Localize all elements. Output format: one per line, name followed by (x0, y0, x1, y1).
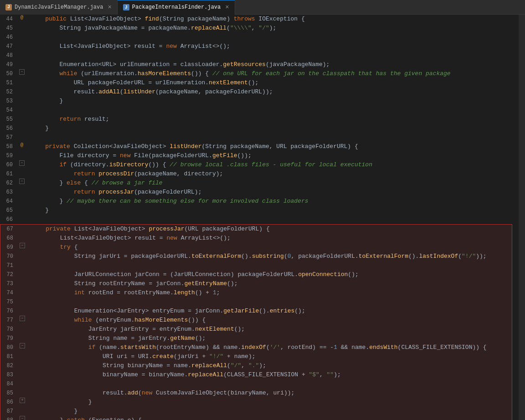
line-77: 77 − while (entryEnum.hasMoreElements())… (0, 316, 512, 325)
line-53: 53 } (0, 97, 519, 106)
tab-1-icon: J (5, 4, 12, 10)
line-51: 51 URL packageFolderURL = urlEnumeration… (0, 78, 519, 87)
line-55: 55 return result; (0, 115, 519, 124)
line-56: 56 } (0, 124, 519, 133)
line-47: 47 List<JavaFileObject> result = new Arr… (0, 42, 519, 51)
line-72: 72 JarURLConnection jarConn = (JarURLCon… (0, 270, 512, 279)
tab-1-label: DynamicJavaFileManager.java (15, 4, 103, 10)
line-76: 76 Enumeration<JarEntry> entryEnum = jar… (0, 307, 512, 316)
line-66: 66 (0, 215, 519, 224)
line-69: 69 − try { (0, 243, 512, 252)
line-58: 58 @ private Collection<JavaFileObject> … (0, 142, 519, 151)
line-79: 79 String name = jarEntry.getName(); (0, 334, 512, 343)
line-84: 84 (0, 379, 512, 389)
code-container: 44 @ public List<JavaFileObject> find(St… (0, 15, 519, 420)
line-49: 49 Enumeration<URL> urlEnumeration = cla… (0, 60, 519, 69)
line-74: 74 int rootEnd = rootEntryName.length() … (0, 288, 512, 297)
tab-2-close[interactable]: × (225, 4, 229, 10)
line-59: 59 File directory = new File(packageFold… (0, 151, 519, 160)
tab-2-label: PackageInternalsFinder.java (132, 4, 221, 10)
line-86: 86 + } (0, 398, 512, 407)
line-78: 78 JarEntry jarEntry = entryEnum.nextEle… (0, 325, 512, 334)
editor-area: 44 @ public List<JavaFileObject> find(St… (0, 15, 525, 420)
line-48: 48 (0, 51, 519, 60)
line-87: 87 } (0, 407, 512, 416)
tab-1-close[interactable]: × (108, 4, 111, 10)
line-54: 54 (0, 106, 519, 115)
line-83: 83 binaryName = binaryName.replaceAll(CL… (0, 370, 512, 379)
tab-2[interactable]: J PackageInternalsFinder.java × (118, 0, 235, 15)
line-80: 80 − if (name.startsWith(rootEntryName) … (0, 343, 512, 352)
line-64: 64 } // maybe there can be something els… (0, 197, 519, 206)
line-60: 60 − if (directory.isDirectory()) { // b… (0, 160, 519, 169)
tab-1[interactable]: J DynamicJavaFileManager.java × (0, 0, 118, 15)
line-81: 81 URI uri = URI.create(jarUri + "!/" + … (0, 352, 512, 361)
line-88: 88 − } catch (Exception e) { (0, 416, 512, 420)
line-62: 62 − } else { // browse a jar file (0, 179, 519, 188)
line-70: 70 String jarUri = packageFolderURL.toEx… (0, 252, 512, 261)
line-82: 82 String binaryName = name.replaceAll("… (0, 361, 512, 370)
line-50: 50 − while (urlEnumeration.hasMoreElemen… (0, 69, 519, 78)
line-44: 44 @ public List<JavaFileObject> find(St… (0, 15, 519, 24)
line-68: 68 List<JavaFileObject> result = new Arr… (0, 234, 512, 243)
scrollbar[interactable] (519, 15, 525, 420)
line-46: 46 (0, 33, 519, 42)
line-73: 73 String rootEntryName = jarConn.getEnt… (0, 279, 512, 288)
line-85: 85 result.add(new CustomJavaFileObject(b… (0, 389, 512, 398)
tab-bar: J DynamicJavaFileManager.java × J Packag… (0, 0, 525, 15)
line-61: 61 return processDir(packageName, direct… (0, 169, 519, 179)
line-45: 45 String javaPackageName = packageName.… (0, 24, 519, 33)
line-63: 63 return processJar(packageFolderURL); (0, 188, 519, 197)
tab-2-icon: J (123, 4, 129, 10)
line-52: 52 result.addAll(listUnder(packageName, … (0, 87, 519, 97)
line-57: 57 (0, 133, 519, 142)
line-67: 67 private List<JavaFileObject> processJ… (0, 225, 512, 234)
line-75: 75 (0, 297, 512, 307)
line-71: 71 (0, 261, 512, 270)
line-65: 65 } (0, 206, 519, 215)
